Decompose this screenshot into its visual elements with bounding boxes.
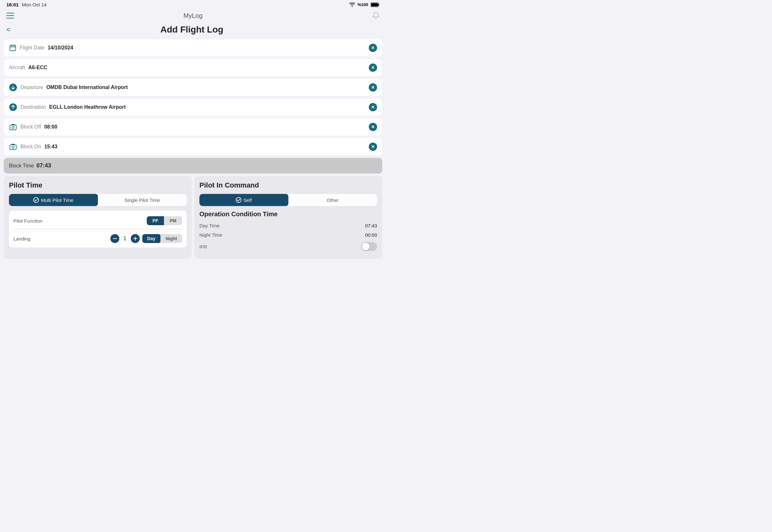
status-right: %100	[349, 2, 380, 7]
wifi-icon	[349, 3, 355, 7]
pilot-function-panel: Pilot Function PF PM Landing 1	[9, 211, 187, 248]
day-night-segmented: Day Night	[142, 234, 182, 243]
landing-minus-button[interactable]	[110, 234, 119, 243]
status-date: Mon Oct 14	[22, 2, 47, 7]
pilot-type-segmented: Multi Pilot Time Single Pilot Time	[9, 194, 187, 206]
divider	[13, 229, 182, 229]
multi-pilot-label: Multi Pilot Time	[41, 197, 73, 203]
destination-icon	[9, 103, 17, 111]
pm-button[interactable]: PM	[164, 216, 182, 225]
block-on-clear[interactable]: ✕	[369, 143, 377, 151]
pilot-time-title: Pilot Time	[9, 181, 187, 189]
pilot-in-command-panel: Pilot In Command Self Other Operation Co…	[194, 176, 382, 259]
block-off-icon	[9, 123, 17, 131]
svg-point-11	[13, 147, 13, 147]
block-on-field[interactable]: Block On 15:43 ✕	[4, 138, 382, 155]
page-title-bar: < Add Flight Log	[0, 22, 386, 39]
svg-rect-3	[10, 45, 16, 51]
pilot-time-panel: Pilot Time Multi Pilot Time Single Pilot…	[4, 176, 192, 259]
block-on-icon	[9, 143, 17, 151]
svg-rect-1	[371, 3, 378, 6]
battery-icon	[371, 3, 380, 7]
destination-value: EGLL London Heathrow Airport	[49, 104, 126, 110]
day-time-value: 07:43	[365, 223, 377, 228]
back-button[interactable]: <	[6, 26, 11, 34]
block-off-value: 08:00	[44, 124, 57, 130]
other-button[interactable]: Other	[288, 194, 377, 206]
flight-date-field[interactable]: Flight Date 14/10/2024 ✕	[4, 39, 382, 56]
departure-value: OMDB Dubai International Airport	[46, 85, 128, 90]
landing-row: Landing 1 Day Night	[13, 231, 182, 244]
menu-button[interactable]	[6, 13, 14, 18]
block-time-value: 07:43	[36, 162, 51, 169]
day-button[interactable]: Day	[142, 234, 161, 243]
battery-text: %100	[358, 2, 368, 7]
status-bar: 18:01 Mon Oct 14 %100	[0, 0, 386, 9]
status-time: 18:01	[6, 2, 19, 7]
self-button[interactable]: Self	[199, 194, 288, 206]
aircraft-clear[interactable]: ✕	[369, 63, 377, 72]
landing-controls: 1 Day Night	[110, 234, 182, 243]
app-title: MyLog	[183, 12, 203, 19]
block-off-clear[interactable]: ✕	[369, 123, 377, 131]
pf-button[interactable]: PF	[147, 216, 164, 225]
toggle-thumb	[362, 243, 369, 250]
svg-rect-2	[379, 4, 379, 6]
self-check	[236, 197, 241, 203]
ifr-row: IFR	[199, 240, 377, 254]
form-section: Flight Date 14/10/2024 ✕ Aircraft A6-ECC…	[0, 39, 386, 155]
flight-date-label: Flight Date	[20, 45, 44, 51]
night-time-value: 00:00	[365, 232, 377, 238]
svg-point-8	[13, 127, 13, 128]
pic-segmented: Self Other	[199, 194, 377, 206]
block-time-row: Block Time 07:43	[4, 158, 382, 174]
night-time-label: Night Time	[199, 232, 222, 238]
flight-date-clear[interactable]: ✕	[369, 44, 377, 52]
single-pilot-label: Single Pilot Time	[124, 197, 160, 203]
calendar-icon	[9, 44, 17, 52]
aircraft-label: Aircraft	[9, 65, 25, 70]
departure-icon	[9, 83, 17, 92]
aircraft-field[interactable]: Aircraft A6-ECC ✕	[4, 59, 382, 76]
pilot-function-label: Pilot Function	[13, 218, 42, 224]
block-time-label: Block Time	[9, 163, 34, 169]
pf-buttons: PF PM	[147, 216, 182, 225]
night-button[interactable]: Night	[160, 234, 182, 243]
landing-count: 1	[122, 236, 128, 241]
aircraft-value: A6-ECC	[28, 65, 48, 70]
block-off-field[interactable]: Block Off 08:00 ✕	[4, 118, 382, 136]
block-on-label: Block On	[20, 144, 41, 150]
app-header: MyLog	[0, 9, 386, 22]
flight-date-value: 14/10/2024	[48, 45, 73, 51]
destination-clear[interactable]: ✕	[369, 103, 377, 111]
bell-icon[interactable]	[372, 12, 380, 19]
block-off-label: Block Off	[20, 124, 41, 130]
pilot-in-command-title: Pilot In Command	[199, 181, 377, 189]
landing-label: Landing	[13, 236, 30, 241]
multi-pilot-check	[33, 197, 39, 203]
single-pilot-button[interactable]: Single Pilot Time	[98, 194, 187, 206]
page-title: Add Flight Log	[14, 25, 370, 35]
pilot-function-row: Pilot Function PF PM	[13, 214, 182, 227]
destination-label: Destination	[20, 104, 46, 110]
departure-field[interactable]: Departure OMDB Dubai International Airpo…	[4, 79, 382, 96]
ifr-label: IFR	[199, 244, 207, 249]
ifr-toggle[interactable]	[361, 242, 377, 251]
night-time-row: Night Time 00:00	[199, 230, 377, 240]
departure-clear[interactable]: ✕	[369, 83, 377, 92]
departure-label: Departure	[20, 85, 43, 90]
day-time-row: Day Time 07:43	[199, 221, 377, 230]
landing-plus-button[interactable]	[131, 234, 140, 243]
multi-pilot-button[interactable]: Multi Pilot Time	[9, 194, 98, 206]
destination-field[interactable]: Destination EGLL London Heathrow Airport…	[4, 99, 382, 116]
block-on-value: 15:43	[44, 144, 57, 150]
opc-title: Operation Condition Time	[199, 211, 377, 218]
self-label: Self	[243, 197, 252, 203]
day-time-label: Day Time	[199, 223, 219, 228]
operation-condition-section: Operation Condition Time Day Time 07:43 …	[199, 211, 377, 254]
bottom-panels: Pilot Time Multi Pilot Time Single Pilot…	[0, 176, 386, 259]
